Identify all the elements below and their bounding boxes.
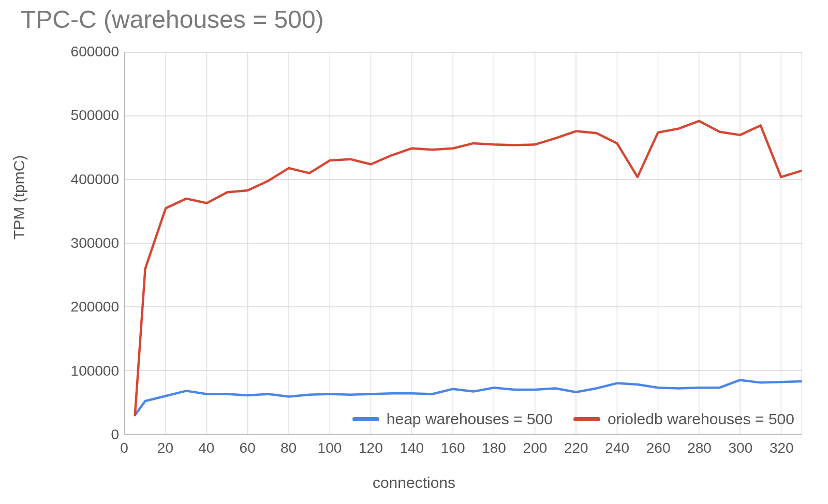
series-line — [135, 121, 802, 415]
legend-label: orioledb warehouses = 500 — [608, 410, 794, 428]
x-tick-label: 100 — [318, 440, 342, 456]
grid-lines — [125, 52, 802, 434]
legend-item: heap warehouses = 500 — [352, 410, 553, 428]
x-tick-label: 180 — [482, 440, 506, 456]
y-tick-label: 100000 — [71, 363, 119, 379]
legend-label: heap warehouses = 500 — [387, 410, 553, 428]
legend: heap warehouses = 500orioledb warehouses… — [352, 410, 794, 428]
chart-container: TPC-C (warehouses = 500) TPM (tpmC) conn… — [0, 0, 828, 504]
plot-svg — [125, 52, 802, 434]
x-tick-label: 20 — [157, 440, 173, 456]
x-tick-label: 260 — [646, 440, 671, 456]
legend-swatch — [352, 417, 379, 421]
series-line — [135, 380, 802, 415]
x-tick-label: 300 — [729, 440, 753, 456]
series-group — [135, 121, 802, 415]
plot-area: heap warehouses = 500orioledb warehouses… — [124, 52, 802, 435]
y-tick-label: 200000 — [71, 299, 119, 315]
x-tick-label: 120 — [359, 440, 383, 456]
x-tick-label: 80 — [280, 440, 297, 456]
y-tick-label: 400000 — [71, 171, 119, 188]
x-tick-label: 60 — [240, 440, 256, 456]
x-tick-label: 140 — [400, 440, 424, 456]
legend-swatch — [573, 417, 600, 421]
x-tick-label: 160 — [441, 440, 465, 456]
x-tick-label: 0 — [120, 440, 128, 456]
x-tick-label: 40 — [198, 440, 214, 456]
y-tick-label: 600000 — [71, 43, 119, 60]
x-axis-label: connections — [0, 474, 828, 492]
x-tick-label: 280 — [687, 440, 712, 456]
legend-item: orioledb warehouses = 500 — [573, 410, 794, 428]
y-tick-label: 500000 — [71, 107, 119, 124]
x-tick-label: 320 — [770, 440, 794, 456]
y-tick-label: 0 — [111, 426, 119, 443]
x-tick-label: 240 — [605, 440, 629, 456]
x-tick-label: 220 — [564, 440, 588, 456]
x-tick-label: 200 — [523, 440, 548, 456]
chart-title: TPC-C (warehouses = 500) — [21, 5, 324, 34]
y-axis-label: TPM (tpmC) — [10, 155, 28, 240]
y-tick-label: 300000 — [71, 235, 119, 251]
